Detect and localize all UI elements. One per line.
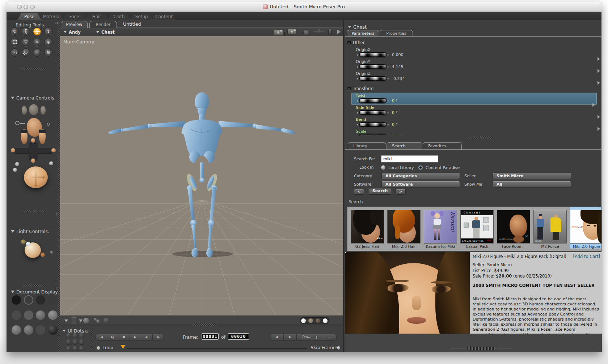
key-camera-icon[interactable] bbox=[15, 121, 20, 125]
result-item-police[interactable]: smithM2 Police bbox=[533, 207, 567, 249]
light-dot-2[interactable] bbox=[26, 242, 30, 246]
timeline-marker[interactable] bbox=[121, 345, 126, 351]
ui-dot-2[interactable] bbox=[72, 333, 78, 338]
viewport[interactable]: Main Camera bbox=[60, 36, 343, 316]
display-mode-sphere-9[interactable] bbox=[12, 325, 21, 335]
transport-button-5[interactable]: ◀| bbox=[141, 334, 153, 340]
section-grip[interactable] bbox=[22, 210, 46, 212]
figure-dropdown[interactable]: Andy bbox=[63, 30, 81, 35]
ui-dot-9[interactable] bbox=[79, 346, 84, 351]
view-magnifier-tool[interactable] bbox=[22, 48, 30, 57]
category-dropdown[interactable]: All Categories bbox=[381, 173, 460, 179]
scroll-grip[interactable] bbox=[467, 347, 496, 350]
timeline-track[interactable] bbox=[127, 348, 307, 349]
local-library-radio[interactable] bbox=[381, 165, 385, 170]
display-mode-sphere-1[interactable] bbox=[12, 295, 21, 305]
display-mode-pill[interactable] bbox=[300, 317, 329, 324]
display-mode-sphere-11[interactable] bbox=[36, 325, 45, 335]
param-row-originz[interactable]: OriginZ-0.234 bbox=[345, 71, 602, 82]
param-row-bend[interactable]: Bend0 ° bbox=[345, 117, 602, 128]
add-button[interactable]: + bbox=[310, 334, 324, 340]
software-dropdown[interactable]: All Software bbox=[381, 181, 460, 187]
detach-icon[interactable] bbox=[55, 22, 58, 24]
parameters-target[interactable]: Chest bbox=[348, 23, 367, 30]
display-mode-sphere-6[interactable] bbox=[24, 310, 33, 320]
sun-icon[interactable]: ☼ bbox=[49, 250, 54, 255]
ui-dot-8[interactable] bbox=[72, 346, 78, 351]
tab-properties[interactable]: Properties bbox=[380, 30, 413, 37]
display-mode-sphere-7[interactable] bbox=[36, 310, 45, 320]
display-mode-sphere-3[interactable] bbox=[36, 295, 45, 305]
scale-tool[interactable] bbox=[10, 38, 19, 46]
param-group-other[interactable]: Other bbox=[347, 40, 602, 46]
tab-hair[interactable]: Hair bbox=[85, 13, 109, 20]
param-dial[interactable] bbox=[359, 122, 386, 127]
remove-button[interactable]: − bbox=[323, 334, 336, 340]
keyframe-controls[interactable]: ◀ ▶ + − bbox=[270, 334, 337, 340]
show-me-dropdown[interactable]: All bbox=[493, 181, 571, 187]
translate-inout-tool[interactable]: ↕ bbox=[44, 27, 52, 36]
light-dot-1[interactable] bbox=[21, 240, 26, 244]
param-group-transform[interactable]: Transform bbox=[347, 86, 602, 92]
tab-preview[interactable]: Preview bbox=[61, 21, 88, 28]
rotate-tool[interactable]: ↻ bbox=[10, 27, 19, 36]
panel-grip[interactable] bbox=[192, 323, 216, 326]
mode-dot-4[interactable] bbox=[323, 318, 328, 323]
current-frame-field[interactable]: 00001 bbox=[202, 333, 219, 340]
ui-dot-1[interactable] bbox=[66, 333, 71, 338]
morphing-tool[interactable]: ☞ bbox=[33, 48, 41, 57]
twist-tool[interactable]: ξ bbox=[22, 27, 30, 36]
transport-button-3[interactable]: ■ bbox=[118, 334, 130, 340]
camera-dolly-ball[interactable] bbox=[15, 162, 19, 166]
dropdown-arrow-icon[interactable] bbox=[79, 319, 83, 322]
shaded-sphere-icon[interactable] bbox=[303, 29, 309, 35]
result-item-jessi[interactable]: mikikoG2 Jessi Hair bbox=[350, 207, 384, 249]
param-dial[interactable] bbox=[359, 134, 386, 135]
tab-render[interactable]: Render bbox=[89, 21, 117, 28]
light-dot-3[interactable] bbox=[41, 253, 45, 257]
display-mode-sphere-2[interactable] bbox=[24, 295, 33, 305]
param-menu-arrow[interactable] bbox=[598, 81, 600, 85]
color-tool[interactable]: ◈ bbox=[44, 38, 52, 46]
title-bar[interactable]: Untitled – Smith Micro Poser Pro bbox=[7, 2, 601, 12]
library-grip[interactable] bbox=[468, 136, 493, 139]
tab-cloth[interactable]: Cloth bbox=[107, 13, 131, 20]
ui-dot-5[interactable] bbox=[72, 339, 78, 345]
content-paradise-radio[interactable] bbox=[418, 165, 423, 170]
prev-page-button[interactable]: < bbox=[354, 189, 364, 195]
ui-dot-7[interactable] bbox=[66, 346, 71, 351]
add-keyframe-button[interactable] bbox=[297, 334, 310, 340]
loop-radio[interactable] bbox=[97, 346, 100, 350]
display-mode-sphere-10[interactable] bbox=[24, 325, 33, 335]
transport-button-1[interactable]: |◀ bbox=[96, 334, 107, 340]
mouse-icon[interactable] bbox=[328, 29, 332, 35]
next-page-button[interactable]: > bbox=[396, 189, 406, 195]
camera-dolly-ball[interactable] bbox=[49, 161, 53, 165]
transport-button-6[interactable]: |▶ bbox=[153, 334, 164, 340]
camera-controls-title[interactable]: Camera Controls. bbox=[11, 94, 56, 101]
camera-icon[interactable] bbox=[274, 30, 283, 35]
result-item-mikifig[interactable]: miki2.0Miki 2.0 Figure bbox=[570, 207, 602, 249]
camera-head-top-icon[interactable] bbox=[29, 104, 38, 115]
tab-favorites[interactable]: Favorites bbox=[423, 142, 462, 149]
direct-manipulation-tool[interactable]: ☸ bbox=[44, 48, 52, 57]
tab-search[interactable]: Search bbox=[387, 142, 422, 149]
ui-dot-3[interactable] bbox=[79, 333, 84, 338]
expand-arrow-icon[interactable] bbox=[337, 30, 341, 34]
seller-dropdown[interactable]: Smith Micro bbox=[493, 173, 571, 179]
axis-cross-icon[interactable] bbox=[313, 29, 325, 35]
tracking-ball-icon[interactable] bbox=[83, 318, 89, 323]
transport-button-2[interactable]: ▶| bbox=[107, 334, 119, 340]
camera-hand-left-icon[interactable] bbox=[22, 106, 27, 115]
detach-icon[interactable] bbox=[85, 330, 88, 333]
translate-tool[interactable] bbox=[33, 27, 41, 36]
camera-trackball[interactable] bbox=[24, 166, 48, 188]
shadow-ball-icon[interactable] bbox=[104, 318, 109, 323]
search-button[interactable]: Search bbox=[369, 188, 391, 195]
camera-hand-right-icon[interactable] bbox=[41, 106, 46, 115]
param-row-side-side[interactable]: Side-Side0 ° bbox=[345, 105, 602, 117]
param-dial[interactable] bbox=[359, 98, 386, 103]
sidebar-splitter[interactable] bbox=[58, 20, 60, 352]
anim-splitter[interactable] bbox=[90, 326, 93, 352]
chain-break-tool[interactable]: ∞ bbox=[33, 38, 41, 46]
